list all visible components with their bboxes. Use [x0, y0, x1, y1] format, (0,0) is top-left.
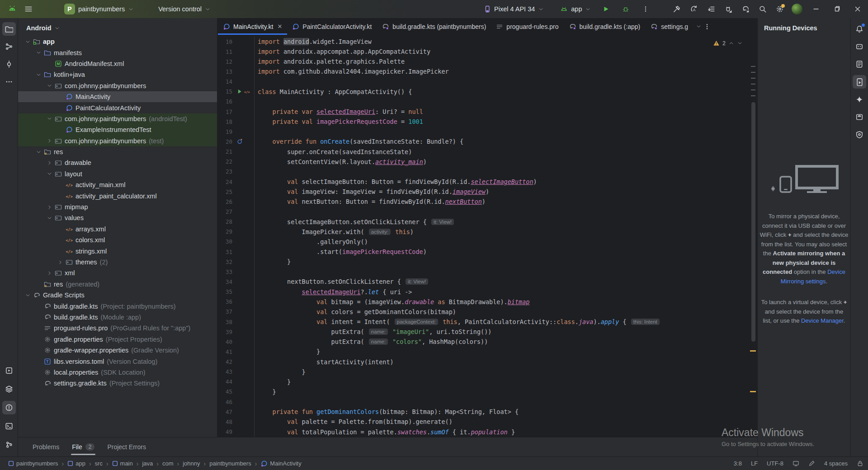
tree-toggle-icon[interactable] [34, 72, 42, 78]
terminal-icon[interactable] [2, 419, 16, 433]
ai-assistant-icon[interactable] [853, 40, 866, 53]
breadcrumb-item-main[interactable]: main [110, 459, 135, 468]
run-button[interactable] [597, 0, 614, 18]
breadcrumb-item-mainactivity[interactable]: MainActivity [259, 459, 303, 468]
build-hammer-icon[interactable] [668, 0, 685, 18]
help-link[interactable]: Device Manager [801, 317, 844, 324]
next-problem-icon[interactable] [737, 40, 743, 46]
tree-item-themes[interactable]: themes(2) [18, 257, 217, 268]
build-tool-icon[interactable] [2, 382, 16, 396]
tree-toggle-icon[interactable] [45, 160, 53, 166]
gradle-sync-icon[interactable] [737, 0, 754, 18]
editor-tab-3[interactable]: proguard-rules.pro [491, 18, 563, 35]
override-icon[interactable] [237, 138, 243, 145]
tree-item-exampleinstrumentedtest[interactable]: ExampleInstrumentedTest [18, 124, 217, 135]
tree-toggle-icon[interactable] [45, 270, 53, 276]
problems-icon[interactable] [2, 401, 16, 414]
recent-changes-icon[interactable] [703, 0, 720, 18]
tree-item-activity-paint-calculator-xml[interactable]: </>activity_paint_calculator.xml [18, 190, 217, 201]
tree-item-arrays-xml[interactable]: </>arrays.xml [18, 224, 217, 235]
tree-item-kotlin-java[interactable]: kotlin+java [18, 69, 217, 80]
window-close-button[interactable] [847, 0, 868, 18]
scrollbar-thumb[interactable] [751, 102, 755, 342]
tree-item-manifests[interactable]: manifests [18, 47, 217, 58]
breadcrumb-item-src[interactable]: src [93, 459, 104, 468]
tree-item-activity-main-xml[interactable]: </>activity_main.xml [18, 179, 217, 190]
tree-item-colors-xml[interactable]: </>colors.xml [18, 235, 217, 245]
tree-toggle-icon[interactable] [34, 149, 42, 155]
pen-indicator[interactable] [808, 460, 815, 467]
inspection-widget[interactable]: 2 [710, 39, 745, 47]
breadcrumb-item-com[interactable]: com [160, 459, 175, 468]
run-class-icon[interactable] [237, 89, 243, 94]
editor-tab-5[interactable]: settings.g [645, 18, 693, 35]
editor-tab-2[interactable]: build.gradle.kts (paintbynumbers) [377, 18, 491, 35]
window-maximize-button[interactable] [826, 0, 847, 18]
line-separator[interactable]: LF [751, 460, 758, 467]
breadcrumb-item-java[interactable]: java [140, 459, 155, 468]
problems-tab-problems[interactable]: Problems [27, 437, 65, 457]
tree-toggle-icon[interactable] [45, 171, 53, 177]
breadcrumb-item-app[interactable]: app [66, 459, 87, 468]
tree-item-mainactivity[interactable]: MainActivity [18, 91, 217, 102]
app-insights-icon[interactable] [853, 128, 866, 141]
project-folder-icon[interactable] [2, 22, 16, 36]
tree-item-res[interactable]: res [18, 146, 217, 157]
breadcrumb-item-johnny[interactable]: johnny [181, 459, 202, 468]
tree-item-com-johnny-paintbynumbers[interactable]: com.johnny.paintbynumbers [18, 80, 217, 91]
tree-item-mipmap[interactable]: mipmap [18, 202, 217, 212]
editor-tab-1[interactable]: PaintCalculatorActivity.kt [287, 18, 377, 35]
services-icon[interactable] [2, 364, 16, 377]
editor-tab-0[interactable]: MainActivity.kt✕ [218, 18, 287, 35]
tree-item-gradle-scripts[interactable]: Gradle Scripts [18, 290, 217, 301]
emulator-icon[interactable] [853, 110, 866, 124]
indent-config[interactable]: 4 spaces [824, 460, 848, 467]
tree-toggle-icon[interactable] [45, 116, 53, 122]
gemini-icon[interactable] [853, 93, 866, 106]
editor-scrollbar[interactable] [750, 35, 757, 437]
inspect-code-icon[interactable]: A [685, 0, 703, 18]
structure-icon[interactable] [2, 40, 16, 53]
more-actions-icon[interactable] [637, 0, 654, 18]
hidden-tabs-icon[interactable] [696, 24, 702, 29]
prev-problem-icon[interactable] [728, 40, 734, 46]
tree-item-com-johnny-paintbynumbers[interactable]: com.johnny.paintbynumbers(androidTest) [18, 113, 217, 124]
tree-item-strings-xml[interactable]: </>strings.xml [18, 245, 217, 256]
tree-item-gradle-wrapper-properties[interactable]: gradle-wrapper.properties(Gradle Version… [18, 345, 217, 356]
vcs-widget[interactable]: Version control [155, 4, 214, 14]
tree-toggle-icon[interactable] [45, 83, 53, 89]
tree-item-proguard-rules-pro[interactable]: proguard-rules.pro(ProGuard Rules for ":… [18, 323, 217, 334]
tree-toggle-icon[interactable] [24, 292, 32, 298]
tree-item-com-johnny-paintbynumbers[interactable]: com.johnny.paintbynumbers(test) [18, 136, 217, 146]
editor-tab-4[interactable]: build.gradle.kts (:app) [564, 18, 646, 35]
project-view-selector[interactable]: Android [18, 18, 217, 36]
running-devices-icon[interactable] [853, 75, 866, 89]
close-tab-icon[interactable]: ✕ [277, 23, 282, 30]
screen-indicator[interactable] [793, 460, 799, 467]
tree-item-local-properties[interactable]: local.properties(SDK Location) [18, 367, 217, 378]
problems-tab-file[interactable]: File2 [66, 437, 100, 457]
settings-gear-icon[interactable] [771, 0, 788, 18]
window-minimize-button[interactable] [806, 0, 826, 18]
problems-tab-project-errors[interactable]: Project Errors [102, 437, 151, 457]
commit-icon[interactable] [2, 57, 16, 71]
debug-button[interactable] [617, 0, 634, 18]
notifications-bell-icon[interactable] [853, 22, 866, 36]
tree-item-libs-versions-toml[interactable]: Tlibs.versions.toml(Version Catalog) [18, 356, 217, 367]
caret-position[interactable]: 3:8 [734, 460, 742, 467]
tree-toggle-icon[interactable] [34, 50, 42, 56]
tree-item-settings-gradle-kts[interactable]: settings.gradle.kts(Project Settings) [18, 378, 217, 389]
tree-item-app[interactable]: app [18, 36, 217, 47]
more-tool-windows-icon[interactable] [2, 75, 16, 89]
tree-item-paintcalculatoractivity[interactable]: PaintCalculatorActivity [18, 102, 217, 113]
tree-toggle-icon[interactable] [45, 215, 53, 221]
breadcrumb-item-paintbynumbers[interactable]: paintbynumbers [6, 459, 60, 468]
tree-item-values[interactable]: values [18, 212, 217, 223]
tree-item-build-gradle-kts[interactable]: build.gradle.kts(Module :app) [18, 312, 217, 323]
tree-toggle-icon[interactable] [45, 138, 53, 144]
tree-item-res[interactable]: res(generated) [18, 279, 217, 290]
readonly-lock[interactable] [857, 460, 863, 467]
device-selector[interactable]: Pixel 4 API 34 [480, 4, 547, 14]
tree-item-gradle-properties[interactable]: gradle.properties(Project Properties) [18, 334, 217, 345]
tree-item-layout[interactable]: layout [18, 169, 217, 179]
